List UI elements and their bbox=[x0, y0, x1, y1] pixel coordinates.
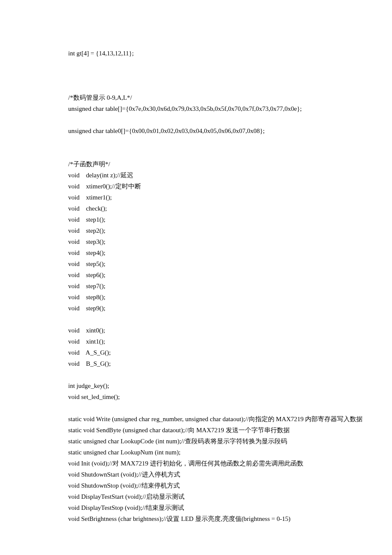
blank-line bbox=[68, 81, 332, 92]
code-line: void B_S_G(); bbox=[68, 358, 332, 369]
code-line: unsigned char table0[]={0x00,0x01,0x02,0… bbox=[68, 125, 332, 136]
code-line: void step8(); bbox=[68, 292, 332, 303]
code-line: int gt[4] = {14,13,12,11}; bbox=[68, 48, 332, 59]
code-line: /*子函数声明*/ bbox=[68, 159, 332, 170]
code-line: void DisplayTestStart (void);//启动显示测试 bbox=[68, 491, 332, 502]
blank-line bbox=[68, 59, 332, 70]
code-line: static void SendByte (unsigned char data… bbox=[68, 425, 332, 436]
code-line: void ShutdownStop (void);//结束停机方式 bbox=[68, 480, 332, 491]
code-line: void step9(); bbox=[68, 303, 332, 314]
code-line: void step3(); bbox=[68, 236, 332, 247]
code-line: int judge_key(); bbox=[68, 380, 332, 391]
blank-line bbox=[68, 136, 332, 147]
code-line: void delay(int z);//延迟 bbox=[68, 170, 332, 181]
code-line: void xtimer0();//定时中断 bbox=[68, 181, 332, 192]
code-line: void check(); bbox=[68, 203, 332, 214]
blank-line bbox=[68, 314, 332, 325]
blank-line bbox=[68, 369, 332, 380]
code-listing: int gt[4] = {14,13,12,11};/*数码管显示 0-9,A,… bbox=[68, 48, 332, 524]
code-line: void step7(); bbox=[68, 280, 332, 292]
code-line: void ShutdownStart (void);//进入停机方式 bbox=[68, 469, 332, 480]
code-line: void Init (void);//对 MAX7219 进行初始化，调用任何其… bbox=[68, 458, 332, 469]
blank-line bbox=[68, 402, 332, 413]
code-line: void A_S_G(); bbox=[68, 347, 332, 358]
code-line: void xint1(); bbox=[68, 336, 332, 347]
blank-line bbox=[68, 70, 332, 81]
code-line: void step2(); bbox=[68, 225, 332, 236]
blank-line bbox=[68, 114, 332, 125]
code-line: void step5(); bbox=[68, 258, 332, 269]
code-line: static unsigned char LookupCode (int num… bbox=[68, 436, 332, 447]
code-line: unsigned char table[]={0x7e,0x30,0x6d,0x… bbox=[68, 103, 332, 114]
code-line: static unsigned char LookupNum (int num)… bbox=[68, 447, 332, 458]
code-line: void SetBrightness (char brightness);//设… bbox=[68, 513, 332, 524]
code-line: void step1(); bbox=[68, 214, 332, 225]
document-page: int gt[4] = {14,13,12,11};/*数码管显示 0-9,A,… bbox=[0, 0, 392, 555]
code-line: /*数码管显示 0-9,A,L*/ bbox=[68, 92, 332, 103]
code-line: void xtimer1(); bbox=[68, 192, 332, 203]
blank-line bbox=[68, 147, 332, 159]
code-line: void step6(); bbox=[68, 269, 332, 280]
code-line: void set_led_time(); bbox=[68, 391, 332, 402]
code-line: static void Write (unsigned char reg_num… bbox=[68, 413, 332, 425]
code-line: void step4(); bbox=[68, 247, 332, 258]
code-line: void xint0(); bbox=[68, 325, 332, 336]
code-line: void DisplayTestStop (void);//结束显示测试 bbox=[68, 502, 332, 513]
